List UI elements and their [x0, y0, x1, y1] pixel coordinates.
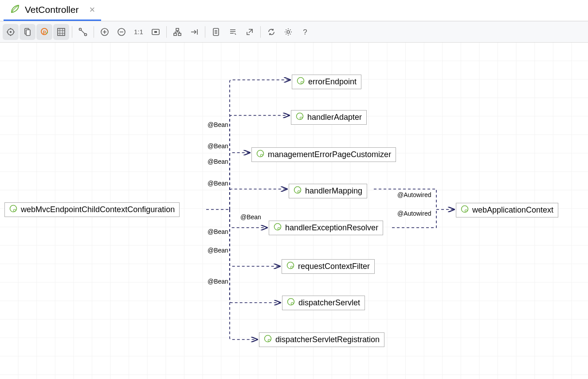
node-label: dispatcherServlet — [298, 298, 360, 308]
svg-rect-13 — [176, 28, 179, 31]
node-web-application-context[interactable]: webApplicationContext — [456, 203, 558, 217]
node-label: managementErrorPageCustomizer — [268, 150, 391, 159]
node-root[interactable]: webMvcEndpointChildContextConfiguration — [4, 202, 180, 217]
edge-label-bean: @Bean — [207, 158, 229, 165]
svg-point-24 — [300, 117, 302, 119]
gear-icon[interactable] — [280, 24, 296, 40]
svg-point-34 — [291, 303, 294, 305]
toolbar-sep — [205, 26, 205, 38]
bean-icon — [274, 223, 282, 233]
svg-rect-6 — [58, 28, 65, 36]
tab-vetcontroller[interactable]: VetController × — [4, 0, 101, 21]
tab-bar: VetController × — [0, 0, 588, 21]
product-icon[interactable]: p — [36, 24, 52, 40]
svg-point-20 — [14, 209, 16, 212]
bean-icon — [461, 205, 469, 215]
close-icon[interactable]: × — [89, 5, 95, 15]
svg-rect-3 — [26, 30, 30, 36]
bean-icon — [9, 205, 17, 215]
node-handler-adapter[interactable]: handlerAdapter — [291, 110, 367, 125]
node-label: webMvcEndpointChildContextConfiguration — [21, 205, 175, 214]
svg-text:p: p — [43, 29, 46, 34]
svg-point-1 — [10, 31, 12, 33]
edge-label-autowired: @Autowired — [396, 210, 432, 217]
diagram-canvas[interactable]: @Bean @Bean @Bean @Bean @Bean @Bean @Bea… — [0, 43, 588, 379]
grid-icon[interactable] — [53, 24, 69, 40]
svg-point-36 — [268, 340, 270, 342]
svg-point-30 — [278, 228, 280, 230]
bean-icon — [294, 186, 302, 196]
target-icon[interactable] — [3, 24, 19, 40]
svg-rect-15 — [178, 33, 181, 36]
node-handler-exception-resolver[interactable]: handlerExceptionResolver — [269, 221, 383, 235]
edge-label-bean: @Bean — [207, 278, 229, 285]
bean-icon — [297, 77, 305, 87]
edge-label-bean: @Bean — [207, 228, 229, 235]
fit-icon[interactable] — [148, 24, 164, 40]
toolbar-sep — [94, 26, 94, 38]
svg-point-8 — [85, 33, 87, 36]
svg-point-7 — [79, 28, 82, 30]
bean-icon — [264, 335, 272, 345]
edge-label-bean: @Bean — [207, 180, 229, 187]
node-label: handlerAdapter — [307, 113, 362, 122]
zoom-in-icon[interactable] — [97, 24, 113, 40]
toolbar-sep — [72, 26, 72, 38]
node-dispatcher-servlet[interactable]: dispatcherServlet — [282, 296, 365, 310]
tab-title: VetController — [25, 4, 78, 15]
align-right-icon[interactable] — [186, 24, 202, 40]
documents-icon[interactable] — [20, 24, 35, 40]
node-label: webApplicationContext — [472, 205, 553, 215]
svg-point-32 — [291, 266, 293, 268]
zoom-out-icon[interactable] — [114, 24, 129, 40]
hierarchy-icon[interactable] — [169, 24, 185, 40]
node-label: handlerMapping — [305, 186, 362, 196]
toolbar-sep — [166, 26, 167, 38]
edge-label-bean: @Bean — [207, 121, 229, 128]
node-label: dispatcherServletRegistration — [275, 335, 380, 344]
node-request-context-filter[interactable]: requestContextFilter — [282, 259, 375, 274]
bean-icon — [296, 112, 304, 122]
refresh-icon[interactable] — [263, 24, 279, 40]
svg-point-17 — [287, 31, 290, 33]
svg-point-28 — [298, 191, 300, 193]
node-label: errorEndpoint — [308, 77, 357, 87]
svg-rect-12 — [154, 31, 157, 33]
edge-label-bean: @Bean — [239, 213, 262, 221]
notes-icon[interactable] — [225, 24, 241, 40]
zoom-level[interactable]: 1:1 — [130, 28, 147, 36]
svg-point-38 — [465, 210, 467, 212]
popout-icon[interactable] — [242, 24, 258, 40]
svg-text:?: ? — [303, 28, 307, 36]
bean-icon — [286, 261, 294, 272]
edge-label-bean: @Bean — [207, 247, 229, 254]
node-label: handlerExceptionResolver — [285, 223, 378, 233]
document-icon[interactable] — [208, 24, 224, 40]
svg-point-26 — [261, 154, 263, 157]
edge-label-bean: @Bean — [207, 142, 229, 150]
node-dispatcher-servlet-registration[interactable]: dispatcherServletRegistration — [259, 332, 384, 347]
toolbar: p 1:1 ? — [0, 21, 588, 43]
node-error-endpoint[interactable]: errorEndpoint — [292, 75, 361, 89]
bean-icon — [256, 150, 264, 160]
spring-leaf-icon — [10, 4, 20, 16]
path-icon[interactable] — [75, 24, 91, 40]
bean-icon — [287, 298, 295, 308]
svg-point-22 — [301, 82, 303, 84]
node-label: requestContextFilter — [298, 262, 370, 271]
svg-rect-14 — [174, 33, 176, 36]
help-icon[interactable]: ? — [297, 24, 313, 40]
toolbar-sep — [260, 26, 261, 38]
node-management-error-page-customizer[interactable]: managementErrorPageCustomizer — [251, 147, 396, 162]
node-handler-mapping[interactable]: handlerMapping — [289, 184, 367, 198]
edge-label-autowired: @Autowired — [396, 191, 432, 198]
